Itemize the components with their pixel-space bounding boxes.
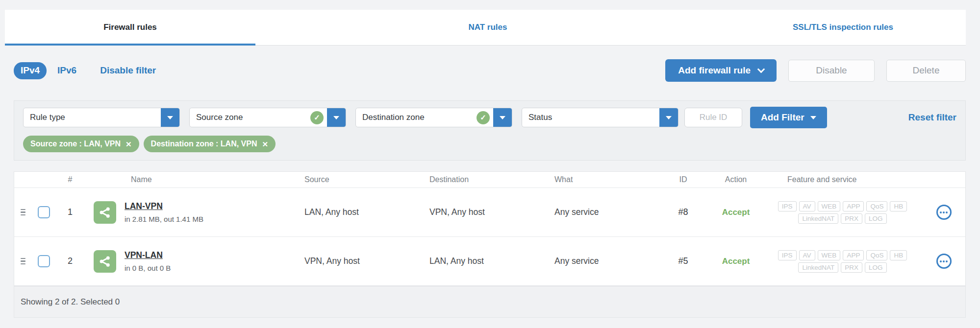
source-zone-dropdown-label: Source zone (190, 113, 310, 122)
firewall-rules-table: # Name Source Destination What ID Action… (14, 171, 966, 318)
badge-app: APP (843, 201, 864, 211)
cell-action: Accept (709, 257, 763, 266)
badge-web: WEB (818, 250, 841, 260)
ipv6-toggle[interactable]: IPv6 (57, 65, 76, 76)
table-row: 1 LAN-VPN in 2.81 MB, out 1.41 MB LAN, A… (14, 188, 965, 237)
cell-source: VPN, Any host (304, 256, 429, 266)
header-source: Source (304, 175, 429, 184)
caret-down-icon (666, 116, 672, 119)
rule-id-input[interactable] (684, 108, 742, 127)
close-icon[interactable]: ✕ (126, 141, 132, 148)
share-icon (98, 205, 112, 220)
badge-linkednat: LinkedNAT (798, 262, 838, 273)
header-feature-and-service: Feature and service (763, 175, 922, 184)
tab-ssl-tls-inspection-rules[interactable]: SSL/TLS inspection rules (720, 10, 966, 45)
cell-id: #8 (657, 207, 709, 217)
header-id: ID (657, 175, 709, 184)
destination-zone-dropdown-label: Destination zone (356, 113, 477, 122)
filter-chips: Source zone : LAN, VPN ✕ Destination zon… (23, 136, 956, 152)
badge-hb: HB (890, 201, 907, 211)
drag-handle-icon[interactable] (19, 256, 27, 267)
check-circle-icon: ✓ (477, 111, 490, 124)
destination-zone-dropdown[interactable]: Destination zone ✓ (355, 108, 512, 127)
row-more-actions-button[interactable] (936, 205, 952, 220)
caret-down-icon (810, 116, 816, 119)
badge-log: LOG (865, 213, 887, 224)
rule-traffic: in 0 B, out 0 B (125, 264, 171, 272)
caret-down-icon (167, 116, 173, 119)
cell-source: LAN, Any host (304, 207, 429, 217)
badge-qos: QoS (866, 250, 887, 260)
badge-av: AV (799, 201, 815, 211)
badge-prx: PRX (841, 262, 862, 273)
tab-bar: Firewall rules NAT rules SSL/TLS inspect… (5, 10, 966, 46)
share-icon (98, 254, 112, 269)
row-checkbox[interactable] (38, 206, 50, 218)
rule-traffic: in 2.81 MB, out 1.41 MB (125, 215, 203, 223)
table-footer-status: Showing 2 of 2. Selected 0 (14, 286, 965, 317)
toolbar: IPv4 IPv6 Disable filter Add firewall ru… (14, 59, 966, 82)
badge-ips: IPS (778, 250, 797, 260)
drag-handle-icon[interactable] (19, 207, 27, 218)
tab-firewall-rules[interactable]: Firewall rules (5, 10, 255, 45)
badge-log: LOG (865, 262, 887, 273)
add-filter-label: Add Filter (761, 112, 804, 123)
badge-prx: PRX (841, 213, 862, 224)
add-filter-button[interactable]: Add Filter (750, 107, 827, 128)
destination-zone-filter-chip: Destination zone : LAN, VPN ✕ (144, 136, 276, 152)
badge-web: WEB (818, 201, 841, 211)
row-number: 2 (55, 256, 85, 266)
rule-type-dropdown-label: Rule type (24, 113, 161, 122)
reset-filter-link[interactable]: Reset filter (908, 112, 956, 123)
check-circle-icon: ✓ (310, 111, 324, 124)
badge-hb: HB (890, 250, 907, 260)
add-firewall-rule-label: Add firewall rule (678, 65, 751, 76)
disable-filter-link[interactable]: Disable filter (100, 65, 156, 76)
header-what: What (554, 175, 657, 184)
row-number: 1 (55, 207, 85, 217)
dropdown-caret-button (327, 108, 346, 127)
rule-name-link[interactable]: VPN-LAN (125, 250, 171, 260)
row-more-actions-button[interactable] (936, 254, 952, 269)
ipv4-toggle[interactable]: IPv4 (14, 62, 47, 79)
caret-down-icon (333, 116, 339, 119)
source-zone-dropdown[interactable]: Source zone ✓ (189, 108, 346, 127)
rule-name-link[interactable]: LAN-VPN (125, 201, 203, 211)
chip-label: Destination zone : LAN, VPN (151, 140, 257, 148)
badge-ips: IPS (778, 201, 797, 211)
dropdown-caret-button (659, 108, 678, 127)
cell-id: #5 (657, 256, 709, 266)
status-dropdown[interactable]: Status (522, 108, 678, 127)
chip-label: Source zone : LAN, VPN (30, 140, 121, 148)
rule-status-share-icon[interactable] (94, 250, 116, 273)
chevron-down-icon (757, 65, 765, 73)
filter-controls: Rule type Source zone ✓ Destination zone… (23, 107, 956, 128)
dropdown-caret-button (161, 108, 179, 127)
badge-linkednat: LinkedNAT (798, 213, 838, 224)
add-firewall-rule-button[interactable]: Add firewall rule (665, 59, 777, 82)
cell-action: Accept (709, 208, 763, 217)
cell-what: Any service (554, 256, 657, 266)
feature-badges: IPS AV WEB APP QoS HB LinkedNAT PRX LOG (763, 201, 922, 224)
tab-nat-rules[interactable]: NAT rules (255, 10, 720, 45)
source-zone-filter-chip: Source zone : LAN, VPN ✕ (23, 136, 139, 152)
header-name: Name (85, 175, 304, 184)
disable-button[interactable]: Disable (788, 60, 875, 82)
rule-status-share-icon[interactable] (94, 201, 116, 224)
header-action: Action (709, 175, 763, 184)
row-checkbox[interactable] (38, 255, 50, 267)
cell-what: Any service (554, 207, 657, 217)
close-icon[interactable]: ✕ (262, 141, 269, 148)
badge-app: APP (843, 250, 864, 260)
table-header-row: # Name Source Destination What ID Action… (14, 172, 965, 188)
badge-av: AV (799, 250, 815, 260)
filter-panel: Rule type Source zone ✓ Destination zone… (14, 100, 966, 161)
delete-button[interactable]: Delete (886, 60, 966, 82)
dropdown-caret-button (493, 108, 512, 127)
header-destination: Destination (429, 175, 554, 184)
cell-destination: LAN, Any host (429, 256, 554, 266)
table-row: 2 VPN-LAN in 0 B, out 0 B VPN, Any host … (14, 237, 965, 286)
caret-down-icon (500, 116, 505, 119)
rule-type-dropdown[interactable]: Rule type (23, 108, 180, 127)
feature-badges: IPS AV WEB APP QoS HB LinkedNAT PRX LOG (763, 250, 922, 273)
